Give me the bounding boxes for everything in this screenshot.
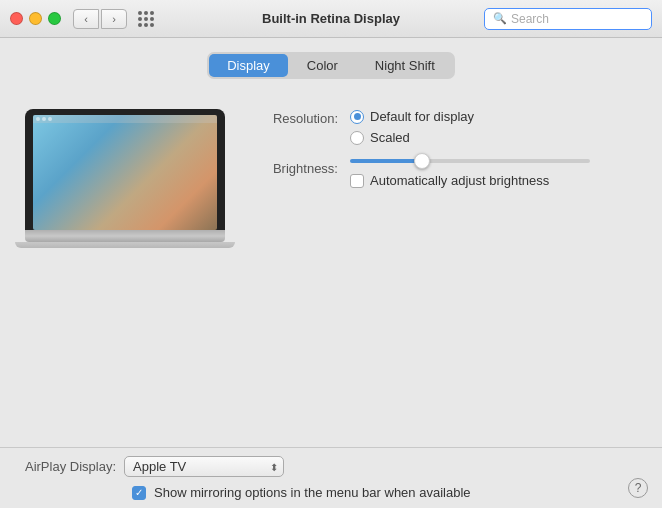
radio-default-label: Default for display (370, 109, 474, 124)
radio-scaled[interactable]: Scaled (350, 130, 642, 145)
menu-dot (36, 117, 40, 121)
tab-color[interactable]: Color (289, 54, 356, 77)
laptop-preview (20, 99, 230, 447)
auto-brightness-label: Automatically adjust brightness (370, 173, 549, 188)
brightness-slider-track[interactable] (350, 159, 590, 163)
laptop-bottom-edge (25, 230, 225, 242)
back-button[interactable]: ‹ (73, 9, 99, 29)
resolution-row: Resolution: Default for display Scaled (250, 109, 642, 145)
main-area: Resolution: Default for display Scaled (0, 89, 662, 447)
resolution-label: Resolution: (250, 109, 350, 126)
search-input[interactable] (511, 12, 643, 26)
content-area: Display Color Night Shift (0, 38, 662, 508)
airplay-label: AirPlay Display: (16, 459, 116, 474)
traffic-lights (10, 12, 61, 25)
bottom-bar: AirPlay Display: Off Apple TV ⬍ ✓ Show m… (0, 447, 662, 508)
grid-view-button[interactable] (135, 8, 157, 30)
radio-default[interactable]: Default for display (350, 109, 642, 124)
resolution-options: Default for display Scaled (350, 109, 642, 145)
window-title: Built-in Retina Display (262, 11, 400, 26)
airplay-row: AirPlay Display: Off Apple TV ⬍ (16, 456, 646, 477)
auto-brightness-checkbox[interactable] (350, 174, 364, 188)
brightness-content: Automatically adjust brightness (350, 159, 642, 188)
mirroring-row[interactable]: ✓ Show mirroring options in the menu bar… (16, 485, 646, 500)
nav-buttons: ‹ › (73, 9, 127, 29)
tabs-container: Display Color Night Shift (0, 38, 662, 89)
radio-scaled-circle[interactable] (350, 131, 364, 145)
mirroring-checkbox[interactable]: ✓ (132, 486, 146, 500)
laptop-screen (33, 115, 217, 230)
radio-group: Default for display Scaled (350, 109, 642, 145)
help-button[interactable]: ? (628, 478, 648, 498)
tab-display[interactable]: Display (209, 54, 288, 77)
search-icon: 🔍 (493, 12, 507, 25)
checkmark-icon: ✓ (135, 488, 143, 498)
minimize-button[interactable] (29, 12, 42, 25)
mirroring-label: Show mirroring options in the menu bar w… (154, 485, 471, 500)
forward-button[interactable]: › (101, 9, 127, 29)
titlebar: ‹ › Built-in Retina Display 🔍 (0, 0, 662, 38)
radio-default-circle[interactable] (350, 110, 364, 124)
laptop-base (15, 242, 235, 248)
brightness-slider-thumb[interactable] (414, 153, 430, 169)
brightness-row: Brightness: Automatically adjust brightn… (250, 159, 642, 188)
auto-brightness-row[interactable]: Automatically adjust brightness (350, 173, 642, 188)
maximize-button[interactable] (48, 12, 61, 25)
tab-night-shift[interactable]: Night Shift (357, 54, 453, 77)
tabs: Display Color Night Shift (207, 52, 455, 79)
brightness-label: Brightness: (250, 159, 350, 176)
search-box[interactable]: 🔍 (484, 8, 652, 30)
screen-menu-bar (33, 115, 217, 123)
grid-icon (138, 11, 154, 27)
settings-panel: Resolution: Default for display Scaled (250, 99, 642, 447)
brightness-slider-row (350, 159, 642, 163)
radio-scaled-label: Scaled (370, 130, 410, 145)
laptop-screen-outer (25, 109, 225, 230)
menu-dot (48, 117, 52, 121)
menu-dot (42, 117, 46, 121)
airplay-select[interactable]: Off Apple TV (124, 456, 284, 477)
airplay-select-wrapper: Off Apple TV ⬍ (124, 456, 284, 477)
laptop-image (25, 109, 225, 248)
close-button[interactable] (10, 12, 23, 25)
